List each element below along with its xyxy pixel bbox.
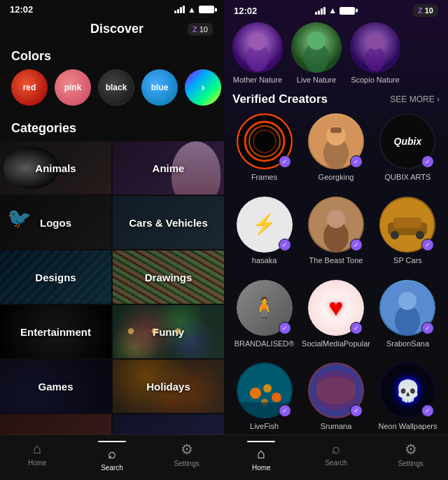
nature-row: Mother Nature Live Nature <box>224 20 448 90</box>
see-more-button[interactable]: SEE MORE › <box>390 94 440 104</box>
color-black-label: black <box>106 83 127 92</box>
creator-georgking[interactable]: ✓ Georgking <box>302 113 370 185</box>
nav-active-indicator-right <box>247 441 275 442</box>
verified-badge-frames: ✓ <box>279 155 291 168</box>
signal-icon-right <box>315 7 326 15</box>
creator-beast[interactable]: ✓ The Beast Tone <box>302 197 370 269</box>
nav-home-label-right: Home <box>252 464 271 472</box>
category-designs[interactable]: Designs <box>0 250 111 304</box>
color-blue[interactable]: blue <box>141 69 178 106</box>
creator-social[interactable]: ♥ ✓ SocialMediaPopular <box>302 280 370 352</box>
category-entertainment[interactable]: Entertainment <box>0 305 111 358</box>
cat-designs-label: Designs <box>35 271 76 283</box>
categories-section-title: Categories <box>0 115 224 141</box>
creator-livefish-avatar: ✓ <box>237 362 293 418</box>
category-drawings[interactable]: Drawings <box>113 250 224 304</box>
cat-logos-label: Logos <box>40 217 71 229</box>
charging-icon: ⚡ <box>252 213 276 236</box>
creator-hasaka[interactable]: ⚡ ✓ hasaka <box>232 197 296 269</box>
creator-srabon-avatar: ✓ <box>379 280 435 336</box>
category-holidays[interactable]: Holidays <box>113 360 224 413</box>
nav-settings-left[interactable]: ⚙ Settings <box>149 441 224 472</box>
cat-love-overlay: Love <box>0 414 111 435</box>
category-animals[interactable]: Animals <box>0 141 111 195</box>
wifi-icon-right: ▲ <box>328 6 337 15</box>
time-left: 12:02 <box>10 4 33 15</box>
color-pink[interactable]: pink <box>55 69 91 106</box>
creator-neon[interactable]: 💀 ✓ Neon Wallpapers <box>376 362 440 435</box>
creator-srabon[interactable]: ✓ SrabonSana <box>376 280 440 352</box>
cat-holidays-overlay: Holidays <box>113 360 224 413</box>
category-games[interactable]: Games <box>0 360 111 413</box>
badge-count-right: 10 <box>425 6 433 15</box>
category-anime[interactable]: Anime <box>113 141 224 195</box>
nature-mother-circle <box>232 22 283 73</box>
nature-live[interactable]: Live Nature <box>291 22 342 84</box>
creator-frames-avatar: ✓ <box>237 113 293 169</box>
nature-mother[interactable]: Mother Nature <box>232 22 283 84</box>
svg-point-24 <box>416 231 424 239</box>
creator-brand-name: BRANDALISED® <box>234 339 295 348</box>
color-more[interactable]: › <box>185 69 221 106</box>
nav-settings-label-left: Settings <box>174 460 200 467</box>
verified-badge-beast: ✓ <box>350 239 363 251</box>
z-icon: Z <box>192 25 197 34</box>
verified-badge-spcars: ✓ <box>421 239 434 251</box>
creator-qubix[interactable]: Qubix ✓ QUBIX ARTS <box>376 113 440 185</box>
status-icons-left: ▲ <box>174 5 214 15</box>
creator-qubix-avatar: Qubix ✓ <box>379 113 435 169</box>
nature-scopio[interactable]: Scopio Nature <box>350 22 400 84</box>
z-icon-right: Z <box>418 6 423 15</box>
creator-spcars-avatar: ✓ <box>379 197 435 253</box>
nav-home-right[interactable]: ⌂ Home <box>224 441 299 472</box>
status-bar-left: 12:02 ▲ <box>0 0 224 17</box>
nav-home-left[interactable]: ⌂ Home <box>0 441 75 472</box>
category-cars[interactable]: Cars & Vehicles <box>113 196 224 249</box>
creator-livefish[interactable]: ✓ LiveFish <box>232 362 296 435</box>
nav-search-right[interactable]: ⌕ Search <box>299 441 374 472</box>
svg-rect-16 <box>330 127 342 133</box>
battery-icon-right <box>340 7 355 15</box>
nav-settings-label-right: Settings <box>398 460 424 467</box>
cat-music-overlay: Music <box>113 414 224 435</box>
neon-skull-icon: 💀 <box>395 379 421 403</box>
creator-spcars[interactable]: ✓ SP Cars <box>376 197 440 269</box>
nav-settings-right[interactable]: ⚙ Settings <box>373 441 448 472</box>
color-black[interactable]: black <box>98 69 134 106</box>
right-panel: 12:02 ▲ Z 10 <box>224 0 448 480</box>
verified-header: Verified Creators SEE MORE › <box>224 90 448 113</box>
bottom-nav-left: ⌂ Home ⌕ Search ⚙ Settings <box>0 435 224 480</box>
qubix-text: Qubix <box>394 136 422 146</box>
home-icon-right: ⌂ <box>257 446 265 462</box>
creator-frames-name: Frames <box>251 173 277 182</box>
creator-social-avatar: ♥ ✓ <box>308 280 364 336</box>
creator-brand-avatar: 🧍 ✓ <box>237 280 293 336</box>
verified-badge-qubix: ✓ <box>421 155 434 168</box>
header-left: Discover Z 10 <box>0 17 224 43</box>
creator-frames[interactable]: ✓ Frames <box>232 113 296 185</box>
color-red-label: red <box>23 83 36 92</box>
category-music[interactable]: Music <box>113 414 224 435</box>
creator-brand[interactable]: 🧍 ✓ BRANDALISED® <box>232 280 296 352</box>
nature-mother-label: Mother Nature <box>233 76 282 84</box>
search-icon-right: ⌕ <box>332 441 340 457</box>
creator-srumana[interactable]: ✓ Srumana <box>302 362 370 435</box>
category-funny[interactable]: Funny <box>113 305 224 358</box>
creator-social-name: SocialMediaPopular <box>302 339 370 348</box>
verified-badge-srabon: ✓ <box>421 322 434 334</box>
cat-funny-overlay: Funny <box>113 305 224 358</box>
zlivery-badge-right: Z 10 <box>413 4 438 17</box>
creators-grid: ✓ Frames ✓ Georgking <box>224 113 448 435</box>
left-panel: 12:02 ▲ Discover Z 10 Colors red pink <box>0 0 224 480</box>
category-love[interactable]: Love <box>0 414 111 435</box>
category-logos[interactable]: 🐦 Logos <box>0 196 111 249</box>
cat-cars-overlay: Cars & Vehicles <box>113 196 224 249</box>
nav-search-left[interactable]: ⌕ Search <box>75 441 150 472</box>
color-red[interactable]: red <box>11 69 48 106</box>
svg-point-27 <box>398 292 416 310</box>
bottom-nav-right: ⌂ Home ⌕ Search ⚙ Settings <box>224 435 448 480</box>
nav-search-label-left: Search <box>101 464 123 472</box>
heart-icon: ♥ <box>328 293 343 323</box>
settings-icon-right: ⚙ <box>405 441 417 458</box>
creator-livefish-name: LiveFish <box>250 422 279 431</box>
